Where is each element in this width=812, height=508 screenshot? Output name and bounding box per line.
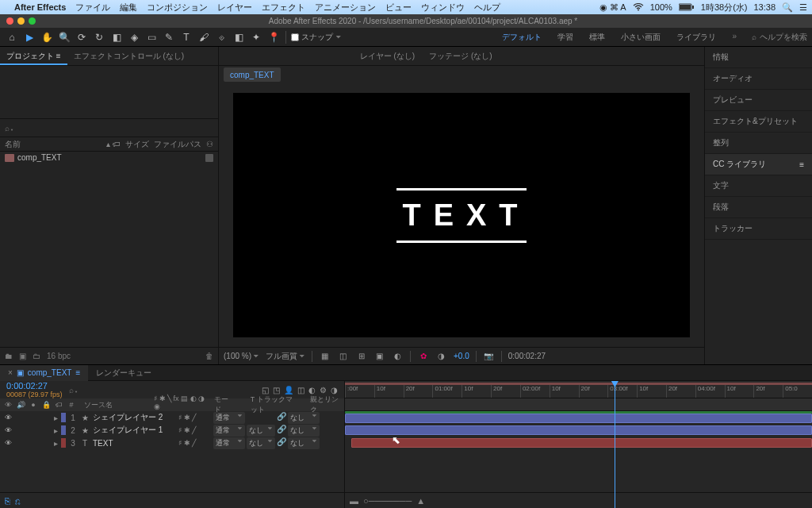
menu-composition[interactable]: コンポジション bbox=[147, 2, 208, 13]
resolution-dropdown[interactable]: フル画質⏷ bbox=[266, 351, 305, 362]
project-item-comp[interactable]: comp_TEXT bbox=[0, 152, 218, 164]
expand-icon[interactable]: ▸ bbox=[54, 414, 58, 422]
mask-vis-icon[interactable]: ◫ bbox=[337, 352, 349, 360]
control-center-icon[interactable]: ☰ bbox=[799, 2, 807, 13]
zoom-dropdown[interactable]: (100 %)⏷ bbox=[224, 352, 259, 360]
workspace-library[interactable]: ライブラリ bbox=[672, 29, 720, 45]
workspace-small[interactable]: 小さい画面 bbox=[617, 29, 665, 45]
workspace-standard[interactable]: 標準 bbox=[585, 29, 609, 45]
layer-row-2[interactable]: 👁 ▸ 2 ★ シェイプレイヤー 1 ♯ ✱ ╱ 通常⏷ なし⏷ 🔗 なし⏷ bbox=[0, 424, 344, 437]
timeline-tab-renderqueue[interactable]: レンダーキュー bbox=[88, 365, 159, 381]
snapshot-icon[interactable]: 📷 bbox=[483, 352, 495, 360]
panel-tracker[interactable]: トラッカー bbox=[705, 218, 812, 240]
timeline-search[interactable]: ⌕▾ bbox=[69, 386, 255, 394]
menu-help[interactable]: ヘルプ bbox=[474, 2, 500, 13]
tag-icon[interactable]: ▴ 🏷 bbox=[106, 140, 121, 148]
exposure-reset-icon[interactable]: ◑ bbox=[435, 352, 447, 360]
panel-effects-presets[interactable]: エフェクト&プリセット bbox=[705, 111, 812, 133]
orbit-tool-icon[interactable]: ⟳ bbox=[75, 30, 89, 44]
menu-file[interactable]: ファイル bbox=[75, 2, 110, 13]
anchor-tool-icon[interactable]: ◈ bbox=[127, 30, 141, 44]
exposure-value[interactable]: +0.0 bbox=[454, 352, 469, 360]
open-comp-tab[interactable]: comp_TEXT bbox=[224, 67, 281, 82]
shy-icon[interactable]: 👤 bbox=[284, 386, 293, 394]
hand-tool-icon[interactable]: ✋ bbox=[40, 30, 54, 44]
close-tab-icon[interactable]: × bbox=[8, 368, 13, 377]
panel-menu-icon[interactable]: ≡ bbox=[799, 160, 804, 169]
text-tool-icon[interactable]: T bbox=[179, 30, 193, 44]
panel-character[interactable]: 文字 bbox=[705, 175, 812, 197]
expand-icon[interactable]: ▸ bbox=[54, 426, 58, 435]
workspace-learn[interactable]: 学習 bbox=[553, 29, 577, 45]
workspace-chevron-icon[interactable]: » bbox=[728, 29, 741, 45]
guides-icon[interactable]: ⊞ bbox=[355, 352, 367, 360]
column-name[interactable]: 名前 bbox=[5, 139, 106, 150]
tree-icon[interactable]: ⚇ bbox=[206, 140, 213, 148]
spotlight-icon[interactable]: 🔍 bbox=[782, 2, 793, 13]
camera-tool-icon[interactable]: ◧ bbox=[109, 30, 124, 44]
parent-dropdown[interactable]: なし⏷ bbox=[288, 437, 320, 449]
layer-color[interactable] bbox=[61, 438, 66, 448]
tab-effect-controls[interactable]: エフェクトコントロール (なし) bbox=[67, 47, 190, 65]
viewer-tab-footage[interactable]: フッテージ (なし) bbox=[429, 51, 492, 62]
pen-tool-icon[interactable]: ✎ bbox=[162, 30, 176, 44]
zoom-in-icon[interactable]: ▲ bbox=[416, 496, 425, 506]
track-3[interactable] bbox=[345, 437, 812, 449]
new-folder-icon[interactable]: 🗀 bbox=[33, 352, 40, 360]
project-search[interactable]: ⌕▾ bbox=[0, 118, 218, 137]
menu-window[interactable]: ウィンドウ bbox=[421, 2, 465, 13]
home-tool-icon[interactable]: ⌂ bbox=[5, 30, 19, 44]
trkmat-dropdown[interactable]: なし⏷ bbox=[247, 425, 275, 437]
comp-flowchart-icon[interactable]: ◱ bbox=[262, 386, 269, 394]
layer-bar-3[interactable] bbox=[351, 438, 812, 448]
track-1[interactable] bbox=[345, 411, 812, 424]
frame-blend-icon[interactable]: ◫ bbox=[297, 386, 304, 394]
time-ruler[interactable]: :00f 10f 20f 01:00f 10f 20f 02:00f 10f 2… bbox=[345, 381, 812, 398]
mode-dropdown[interactable]: 通常⏷ bbox=[213, 437, 245, 449]
brainstorm-icon[interactable]: ◑ bbox=[331, 386, 338, 394]
shape-tool-icon[interactable]: ▭ bbox=[144, 30, 159, 44]
trash-icon[interactable]: 🗑 bbox=[205, 352, 213, 360]
tab-project[interactable]: プロジェクト ≡ bbox=[0, 47, 67, 65]
parent-dropdown[interactable]: なし⏷ bbox=[288, 425, 320, 437]
column-source-name[interactable]: ソース名 bbox=[79, 400, 151, 410]
selection-tool-icon[interactable]: ▶ bbox=[22, 30, 36, 44]
current-time[interactable]: 0:00:02:27 bbox=[6, 381, 63, 391]
column-size[interactable]: サイズ bbox=[125, 139, 149, 150]
trkmat-dropdown[interactable]: なし⏷ bbox=[247, 437, 275, 449]
close-window-button[interactable] bbox=[6, 17, 13, 25]
layer-color[interactable] bbox=[61, 425, 66, 435]
graph-editor-icon[interactable]: ⚙ bbox=[320, 386, 327, 394]
toggle-modes-icon[interactable]: ⎌ bbox=[15, 496, 21, 506]
panel-align[interactable]: 整列 bbox=[705, 133, 812, 154]
maximize-window-button[interactable] bbox=[29, 17, 36, 25]
rotation-tool-icon[interactable]: ↻ bbox=[92, 30, 106, 44]
zoom-out-icon[interactable]: ▬ bbox=[350, 496, 358, 506]
minimize-window-button[interactable] bbox=[17, 17, 25, 25]
panel-preview[interactable]: プレビュー bbox=[705, 90, 812, 111]
parent-dropdown[interactable]: なし⏷ bbox=[288, 412, 320, 424]
panel-info[interactable]: 情報 bbox=[705, 47, 812, 68]
color-mgmt-icon[interactable]: ✿ bbox=[417, 352, 429, 360]
menu-edit[interactable]: 編集 bbox=[120, 2, 137, 13]
track-2[interactable] bbox=[345, 424, 812, 437]
channel-icon[interactable]: ◐ bbox=[392, 352, 404, 360]
layer-row-1[interactable]: 👁 ▸ 1 ★ シェイプレイヤー 2 ♯ ✱ ╱ 通常⏷ 🔗 なし⏷ bbox=[0, 411, 344, 424]
layer-bar-2[interactable] bbox=[345, 425, 812, 435]
transparency-grid-icon[interactable]: ▦ bbox=[319, 352, 331, 360]
timeline-tab-comp[interactable]: × ▣ comp_TEXT ≡ bbox=[0, 365, 88, 381]
column-path[interactable]: ファイルパス bbox=[154, 139, 201, 150]
panel-paragraph[interactable]: 段落 bbox=[705, 197, 812, 218]
safe-zones-icon[interactable]: ▣ bbox=[373, 352, 385, 360]
composition-canvas[interactable]: TEXT bbox=[233, 93, 690, 337]
panel-audio[interactable]: オーディオ bbox=[705, 68, 812, 90]
zoom-tool-icon[interactable]: 🔍 bbox=[57, 30, 71, 44]
brush-tool-icon[interactable]: 🖌 bbox=[197, 30, 211, 44]
interpret-icon[interactable]: 🖿 bbox=[5, 352, 13, 360]
zoom-slider[interactable]: ○─────── bbox=[363, 496, 412, 506]
mode-dropdown[interactable]: 通常⏷ bbox=[213, 425, 245, 437]
preview-time[interactable]: 0:00:02:27 bbox=[508, 352, 546, 360]
workspace-default[interactable]: デフォルト bbox=[498, 29, 546, 45]
viewer-tab-layer[interactable]: レイヤー (なし) bbox=[360, 51, 415, 62]
toggle-switches-icon[interactable]: ⎘ bbox=[5, 496, 10, 506]
